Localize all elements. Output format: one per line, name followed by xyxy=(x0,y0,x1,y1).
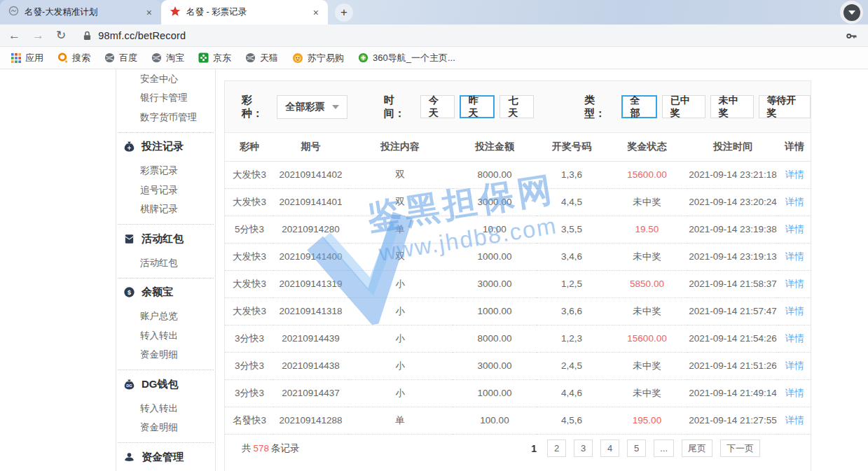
type-filter-button[interactable]: 已中奖 xyxy=(662,95,705,118)
sidebar-section-header[interactable]: $余额宝 xyxy=(116,282,215,303)
page-button[interactable]: 尾页 xyxy=(682,440,712,457)
cell-content: 小 xyxy=(347,352,453,379)
tab-title: 名發-大发精准计划 xyxy=(25,6,139,18)
cell-detail: 详情 xyxy=(778,407,811,434)
detail-link[interactable]: 详情 xyxy=(785,306,804,316)
detail-link[interactable]: 详情 xyxy=(785,251,804,262)
type-filter-button[interactable]: 未中奖 xyxy=(710,95,754,118)
red-envelope-icon xyxy=(123,233,135,245)
page-button[interactable]: 2 xyxy=(547,440,566,457)
bookmark-label: 苏宁易购 xyxy=(308,52,344,64)
sidebar-item[interactable]: 资金明细 xyxy=(116,419,215,438)
sidebar-item[interactable]: 资金明细 xyxy=(116,346,215,365)
bet-record-panel: 彩种： 全部彩票 时间： 今天昨天七天 类型： 全部已中奖未中奖等待开奖 彩种期… xyxy=(224,80,811,471)
sidebar-section-header[interactable]: 活动红包 xyxy=(116,228,215,249)
cell-issue: 20210914437 xyxy=(274,379,347,407)
detail-link[interactable]: 详情 xyxy=(785,197,804,207)
page-button[interactable]: ... xyxy=(654,440,674,457)
sidebar-item[interactable]: 棋牌记录 xyxy=(116,200,215,220)
bookmark-item[interactable]: 天猫 xyxy=(238,52,285,64)
sidebar-item[interactable]: 银行卡管理 xyxy=(116,89,215,108)
key-icon[interactable] xyxy=(846,30,857,45)
bookmark-item[interactable]: 百度 xyxy=(97,52,144,64)
detail-link[interactable]: 详情 xyxy=(785,388,804,398)
time-filter-button[interactable]: 七天 xyxy=(500,95,534,118)
sidebar-item[interactable]: 账户总览 xyxy=(116,307,215,327)
time-filter-group: 今天昨天七天 xyxy=(415,95,534,118)
page-button[interactable]: 5 xyxy=(627,440,646,457)
sidebar-divider xyxy=(118,132,214,133)
page-button[interactable]: 下一页 xyxy=(720,440,760,457)
sidebar-item[interactable]: 活动红包 xyxy=(116,253,215,273)
bookmark-item[interactable]: 苏宁易购 xyxy=(285,52,351,64)
bookmark-item[interactable]: 应用 xyxy=(4,52,50,64)
cell-amount: 3000.00 xyxy=(453,352,537,379)
cell-lottery: 名發快3 xyxy=(225,407,274,434)
globe-icon xyxy=(151,52,162,63)
cell-issue: 202109141288 xyxy=(274,407,347,434)
cell-content: 小 xyxy=(347,297,453,325)
globe-icon xyxy=(245,52,256,63)
table-row: 3分快320210914438小3000.002,4,5未中奖2021-09-1… xyxy=(225,352,811,379)
forward-button[interactable]: → xyxy=(32,29,44,41)
sidebar-item[interactable]: 追号记录 xyxy=(116,181,215,200)
cell-issue: 20210914439 xyxy=(274,325,347,352)
cell-content: 双 xyxy=(347,161,453,188)
svg-text:DG: DG xyxy=(126,384,132,388)
sidebar-item[interactable]: 彩票记录 xyxy=(116,162,215,181)
sidebar: 安全中心银行卡管理数字货币管理投注记录彩票记录追号记录棋牌记录活动红包活动红包$… xyxy=(116,69,216,471)
page-button[interactable]: 3 xyxy=(574,440,593,457)
sidebar-item[interactable]: 安全中心 xyxy=(116,69,215,89)
browser-tab-plan[interactable]: 名發-大发精准计划 × xyxy=(0,0,161,24)
detail-link[interactable]: 详情 xyxy=(785,333,804,344)
close-icon[interactable]: × xyxy=(144,7,154,18)
type-filter-button[interactable]: 全部 xyxy=(621,95,657,118)
sidebar-item[interactable]: 数字货币管理 xyxy=(116,108,215,127)
detail-link[interactable]: 详情 xyxy=(785,169,804,180)
cell-detail: 详情 xyxy=(778,243,811,270)
detail-link[interactable]: 详情 xyxy=(785,360,804,371)
back-button[interactable]: ← xyxy=(8,29,20,41)
time-filter-button[interactable]: 昨天 xyxy=(460,95,495,118)
detail-link[interactable]: 详情 xyxy=(785,224,804,234)
new-tab-button[interactable]: + xyxy=(335,3,353,22)
sidebar-section-header[interactable]: DGDG钱包 xyxy=(116,374,215,395)
page-button[interactable]: 4 xyxy=(600,440,619,457)
bookmark-item[interactable]: 京东 xyxy=(191,52,238,64)
dg-wallet-icon: DG xyxy=(123,379,135,391)
bookmark-label: 淘宝 xyxy=(166,52,184,64)
cell-prize-status: 未中奖 xyxy=(607,352,687,379)
url-bar[interactable]: 98mf.cc/betRecord xyxy=(98,30,186,41)
cell-prize-status: 195.00 xyxy=(607,407,687,434)
pagination: 共578条记录 1 2345...尾页下一页 xyxy=(225,435,811,463)
sidebar-item[interactable]: 转入转出 xyxy=(116,399,215,419)
orange-ring-icon xyxy=(57,52,68,63)
chevron-down-icon xyxy=(332,105,339,109)
sidebar-item[interactable]: 转入转出 xyxy=(116,326,215,346)
browser-menu-button[interactable] xyxy=(840,1,863,24)
sidebar-section-label: DG钱包 xyxy=(142,378,179,391)
type-filter-button[interactable]: 等待开奖 xyxy=(759,95,811,118)
cell-amount: 100.00 xyxy=(453,407,537,434)
column-header: 详情 xyxy=(778,133,811,161)
reload-button[interactable]: ↻ xyxy=(56,29,66,41)
column-header: 开奖号码 xyxy=(537,133,607,161)
detail-link[interactable]: 详情 xyxy=(785,415,804,426)
bookmark-item[interactable]: 360导航_一个主页... xyxy=(351,52,462,64)
sidebar-section-header[interactable]: 资金管理 xyxy=(116,447,215,468)
lottery-select[interactable]: 全部彩票 xyxy=(277,95,347,119)
cell-detail: 详情 xyxy=(778,352,811,379)
cell-numbers: 3,4,6 xyxy=(537,243,607,270)
bookmark-item[interactable]: 搜索 xyxy=(50,52,97,64)
browser-navbar: ← → ↻ 98mf.cc/betRecord xyxy=(0,24,868,47)
record-count: 共578条记录 xyxy=(242,442,300,455)
sidebar-section-header[interactable]: 投注记录 xyxy=(116,136,215,157)
detail-link[interactable]: 详情 xyxy=(785,279,804,289)
cell-prize-status: 19.50 xyxy=(607,216,687,243)
column-header: 奖金状态 xyxy=(607,133,687,161)
close-icon[interactable]: × xyxy=(311,7,321,18)
time-filter-button[interactable]: 今天 xyxy=(420,95,455,118)
browser-tab-bet-record[interactable]: 名發 - 彩票记录 × xyxy=(161,0,328,24)
bookmark-label: 360导航_一个主页... xyxy=(373,52,455,64)
bookmark-item[interactable]: 淘宝 xyxy=(144,52,191,64)
